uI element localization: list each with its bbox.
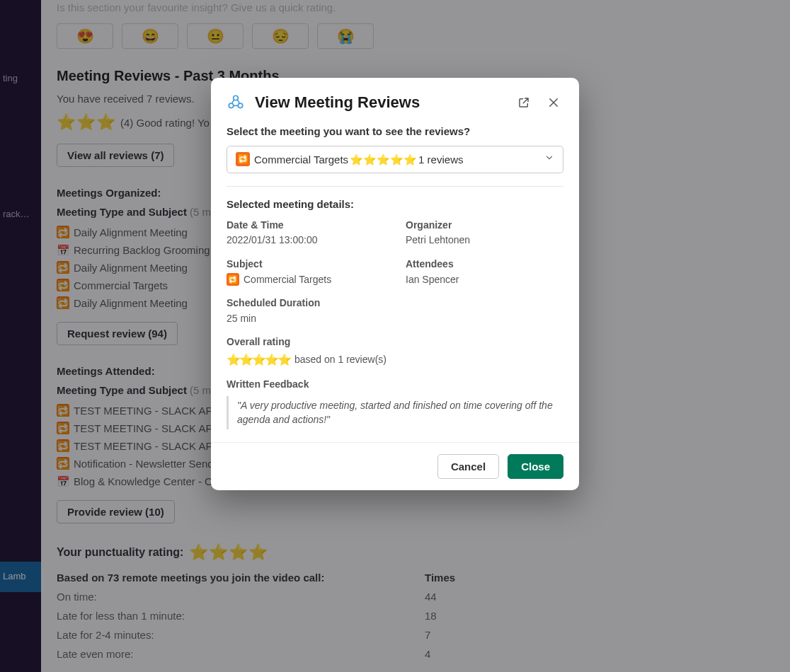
svg-point-2	[238, 103, 243, 108]
chevron-down-icon	[544, 153, 554, 166]
organizer-value: Petri Lehtonen	[406, 233, 563, 248]
duration-label: Scheduled Duration	[227, 296, 563, 311]
recurring-icon: 🔁	[236, 152, 250, 166]
duration-value: 25 min	[227, 312, 563, 326]
overall-rating-label: Overall rating	[227, 335, 563, 349]
star-icon: ⭐⭐⭐⭐⭐	[350, 152, 417, 167]
view-meeting-reviews-modal: View Meeting Reviews Select the meeting …	[211, 78, 579, 490]
select-prompt: Select the meeting you want to see the r…	[227, 124, 563, 139]
divider	[227, 186, 563, 187]
subject-value: 🔁 Commercial Targets	[227, 273, 384, 287]
feedback-quote: "A very productive meeting, started and …	[227, 396, 563, 429]
star-icon: ⭐⭐⭐⭐⭐	[227, 352, 290, 368]
recurring-icon: 🔁	[227, 273, 239, 286]
cancel-button[interactable]: Cancel	[437, 454, 499, 479]
attendees-value: Ian Spencer	[406, 273, 563, 287]
feedback-label: Written Feedback	[227, 378, 563, 392]
date-time-label: Date & Time	[227, 219, 384, 233]
selected-meeting-name: Commercial Targets	[254, 152, 348, 167]
open-external-icon[interactable]	[514, 93, 534, 112]
subject-label: Subject	[227, 257, 384, 272]
date-time-value: 2022/01/31 13:00:00	[227, 233, 384, 248]
selected-details-heading: Selected meeting details:	[227, 197, 563, 212]
close-icon[interactable]	[544, 93, 563, 112]
close-button[interactable]: Close	[508, 454, 563, 479]
selected-meeting-reviews: 1 reviews	[418, 152, 463, 167]
app-logo-icon	[227, 93, 245, 112]
overall-rating-text: based on 1 review(s)	[294, 353, 387, 367]
svg-point-1	[229, 103, 234, 108]
modal-overlay[interactable]: View Meeting Reviews Select the meeting …	[0, 0, 790, 672]
modal-title: View Meeting Reviews	[255, 92, 504, 114]
meeting-select[interactable]: 🔁 Commercial Targets ⭐⭐⭐⭐⭐ 1 reviews	[227, 146, 563, 173]
attendees-label: Attendees	[406, 257, 563, 272]
organizer-label: Organizer	[406, 219, 563, 233]
